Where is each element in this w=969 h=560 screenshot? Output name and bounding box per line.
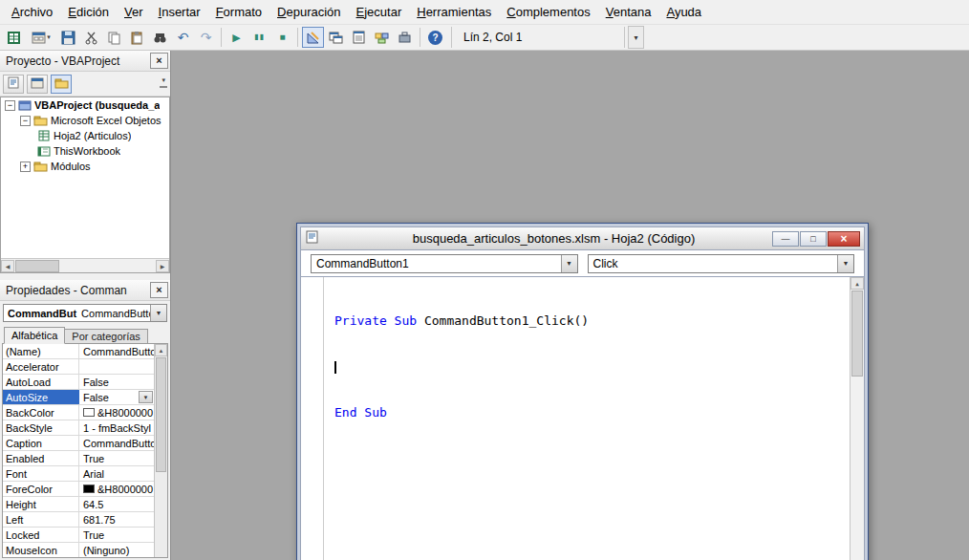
tree-item-modulos[interactable]: + Módulos: [1, 159, 169, 174]
property-row-font[interactable]: Font Arial: [3, 466, 154, 482]
panel-splitter[interactable]: [0, 273, 170, 280]
break-button[interactable]: ▮▮: [248, 27, 270, 48]
find-button[interactable]: [149, 27, 171, 48]
close-button[interactable]: ×: [828, 231, 860, 247]
menu-item-herramientas[interactable]: Herramientas: [409, 1, 499, 23]
property-row-locked[interactable]: Locked True: [3, 528, 154, 543]
event-dropdown[interactable]: Click ▼: [588, 254, 855, 273]
project-toolbar-options-button[interactable]: ▾: [160, 75, 167, 88]
cut-button[interactable]: [80, 27, 102, 48]
object-selector-dropdown[interactable]: CommandBut CommandButto ▼: [3, 304, 167, 322]
property-name[interactable]: ForeColor: [3, 482, 79, 496]
toolbox-button[interactable]: [394, 27, 416, 48]
code-window-titlebar[interactable]: busqueda_articulos_botones.xlsm - Hoja2 …: [300, 226, 865, 249]
tree-item-thisworkbook[interactable]: ThisWorkbook: [1, 143, 169, 159]
code-window: busqueda_articulos_botones.xlsm - Hoja2 …: [296, 223, 869, 560]
minimize-button[interactable]: —: [772, 231, 799, 247]
tree-item-hoja2[interactable]: Hoja2 (Articulos): [1, 128, 169, 143]
property-row-name[interactable]: (Name) CommandButto: [3, 344, 154, 359]
chevron-down-icon[interactable]: ▼: [561, 255, 577, 272]
menu-item-depuracion[interactable]: Depuración: [269, 1, 349, 23]
redo-button[interactable]: ↷: [195, 27, 217, 48]
collapse-icon[interactable]: −: [5, 100, 15, 111]
undo-button[interactable]: ↶: [172, 27, 194, 48]
object-dropdown[interactable]: CommandButton1 ▼: [311, 254, 578, 273]
close-icon[interactable]: ×: [150, 282, 168, 298]
chevron-down-icon[interactable]: ▼: [139, 391, 153, 403]
property-row-enabled[interactable]: Enabled True: [3, 451, 154, 466]
menu-item-ver[interactable]: Ver: [117, 1, 151, 23]
property-row-accelerator[interactable]: Accelerator: [3, 359, 154, 375]
property-name[interactable]: Enabled: [3, 451, 79, 465]
tree-item-vbaproject[interactable]: − VBAProject (busqueda_a: [1, 97, 169, 113]
property-row-height[interactable]: Height 64.5: [3, 497, 154, 512]
scrollbar-thumb[interactable]: [156, 357, 166, 472]
project-horizontal-scrollbar[interactable]: ◀ ▶: [1, 258, 169, 272]
property-name[interactable]: BackColor: [3, 405, 79, 420]
property-name[interactable]: MouseIcon: [3, 543, 79, 557]
menu-item-ayuda[interactable]: Ayuda: [658, 1, 709, 23]
property-name[interactable]: BackStyle: [3, 420, 79, 435]
insert-userform-button[interactable]: ▾: [26, 27, 56, 48]
property-row-autoload[interactable]: AutoLoad False: [3, 375, 154, 390]
run-button[interactable]: ▶: [226, 27, 248, 48]
scroll-left-icon[interactable]: ◀: [1, 260, 14, 272]
property-row-left[interactable]: Left 681.75: [3, 512, 154, 528]
maximize-button[interactable]: □: [800, 231, 827, 247]
property-name[interactable]: Font: [3, 466, 79, 481]
scrollbar-thumb[interactable]: [15, 260, 59, 272]
toggle-folders-button[interactable]: [51, 75, 72, 94]
property-name[interactable]: Caption: [3, 436, 79, 450]
property-name[interactable]: AutoLoad: [3, 375, 79, 389]
save-button[interactable]: [57, 27, 79, 48]
tab-por-categorias[interactable]: Por categorías: [65, 329, 148, 344]
property-name[interactable]: Left: [3, 512, 79, 527]
property-row-caption[interactable]: Caption CommandButto: [3, 436, 154, 451]
code-text[interactable]: Private Sub CommandButton1_Click() End S…: [301, 277, 849, 560]
tab-alfabetica[interactable]: Alfabética: [4, 327, 65, 344]
expand-icon[interactable]: +: [20, 162, 31, 172]
property-name[interactable]: (Name): [3, 344, 79, 358]
code-vertical-scrollbar[interactable]: ▲: [850, 277, 864, 560]
design-mode-button[interactable]: [302, 27, 324, 48]
paste-button[interactable]: [126, 27, 148, 48]
property-name[interactable]: Locked: [3, 528, 79, 542]
chevron-down-icon[interactable]: ▼: [150, 305, 166, 321]
property-row-backcolor[interactable]: BackColor &H8000000: [3, 405, 154, 420]
menu-item-ventana[interactable]: Ventana: [598, 1, 659, 23]
collapse-icon[interactable]: −: [20, 116, 31, 126]
view-excel-button[interactable]: [3, 27, 25, 48]
scroll-up-icon[interactable]: ▲: [155, 344, 167, 356]
object-browser-button[interactable]: [371, 27, 393, 48]
close-icon[interactable]: ×: [150, 53, 168, 69]
property-row-backstyle[interactable]: BackStyle 1 - fmBackStyl: [3, 420, 154, 436]
property-name[interactable]: Height: [3, 497, 79, 511]
property-row-forecolor[interactable]: ForeColor &H8000000: [3, 482, 154, 497]
menu-item-complementos[interactable]: Complementos: [499, 1, 597, 23]
copy-button[interactable]: [103, 27, 125, 48]
tree-item-excel-objects[interactable]: − Microsoft Excel Objetos: [1, 113, 169, 128]
property-row-autosize[interactable]: AutoSize False ▼: [3, 390, 154, 405]
reset-button[interactable]: ■: [271, 27, 293, 48]
view-code-button[interactable]: [3, 75, 24, 94]
menu-item-ejecutar[interactable]: Ejecutar: [349, 1, 410, 23]
menu-item-edicion[interactable]: Edición: [60, 1, 117, 23]
menu-item-formato[interactable]: Formato: [208, 1, 269, 23]
menu-item-archivo[interactable]: Archivo: [4, 1, 60, 23]
scroll-up-icon[interactable]: ▲: [851, 277, 864, 290]
help-button[interactable]: ?: [424, 27, 446, 48]
property-name[interactable]: AutoSize: [3, 390, 79, 404]
view-object-button[interactable]: [27, 75, 48, 94]
toolbar-options-button[interactable]: ▾: [628, 26, 644, 49]
chevron-down-icon[interactable]: ▼: [837, 255, 853, 272]
properties-vertical-scrollbar[interactable]: ▲: [154, 344, 167, 557]
scroll-right-icon[interactable]: ▶: [156, 260, 169, 272]
folder-icon: [33, 161, 48, 172]
scrollbar-thumb[interactable]: [851, 291, 863, 377]
properties-window-button[interactable]: [348, 27, 370, 48]
property-name[interactable]: Accelerator: [3, 359, 79, 374]
code-editor[interactable]: Private Sub CommandButton1_Click() End S…: [300, 276, 865, 560]
project-explorer-button[interactable]: [325, 27, 347, 48]
property-row-mouseicon[interactable]: MouseIcon (Ninguno): [3, 543, 154, 558]
menu-item-insertar[interactable]: Insertar: [151, 1, 208, 23]
